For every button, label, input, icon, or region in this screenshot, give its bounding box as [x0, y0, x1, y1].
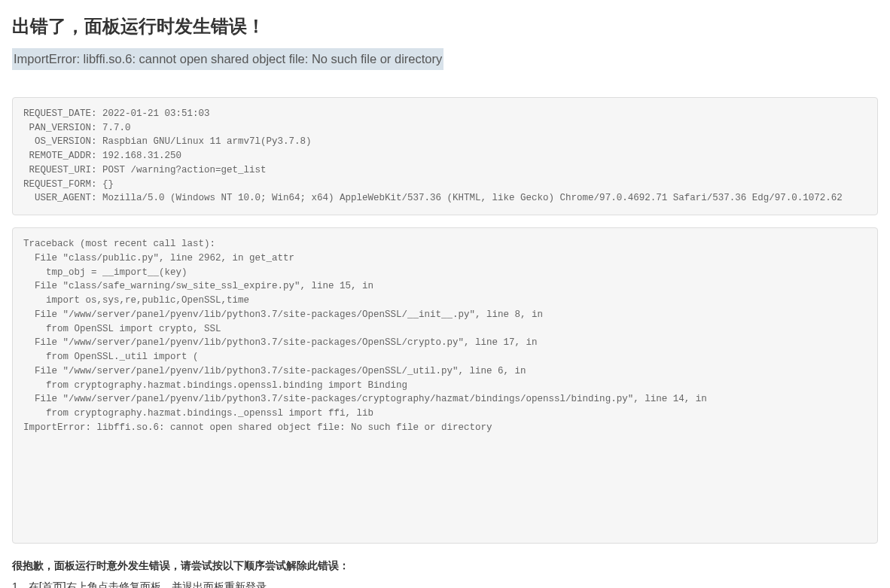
request-info-block: REQUEST_DATE: 2022-01-21 03:51:03 PAN_VE… — [12, 97, 878, 215]
page-title: 出错了，面板运行时发生错误！ — [12, 12, 878, 41]
footer-info: 很抱歉，面板运行时意外发生错误，请尝试按以下顺序尝试解除此错误： 1、在[首页]… — [12, 557, 878, 588]
error-subtitle: ImportError: libffi.so.6: cannot open sh… — [12, 48, 443, 69]
traceback-block: Traceback (most recent call last): File … — [12, 227, 878, 544]
footer-item-1: 1、在[首页]右上角点击修复面板，并退出面板重新登录。 — [12, 578, 878, 588]
footer-heading: 很抱歉，面板运行时意外发生错误，请尝试按以下顺序尝试解除此错误： — [12, 557, 878, 574]
